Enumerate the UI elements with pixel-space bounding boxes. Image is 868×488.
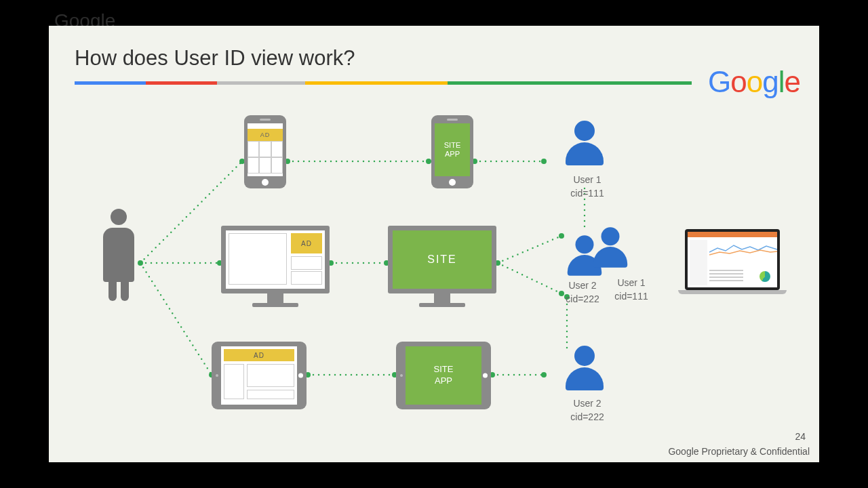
svg-line-8 bbox=[498, 263, 561, 293]
user2-label: User 2cid=222 bbox=[559, 279, 606, 306]
svg-line-7 bbox=[498, 236, 561, 263]
svg-point-17 bbox=[559, 233, 564, 239]
page-number: 24 bbox=[795, 431, 806, 442]
chart-sparkline bbox=[709, 241, 777, 258]
svg-point-12 bbox=[426, 159, 431, 164]
color-stripe bbox=[75, 81, 692, 85]
user1-label-b: User 1cid=111 bbox=[608, 277, 655, 303]
slide-title: How does User ID view work? bbox=[75, 46, 355, 70]
user2-label-b: User 2cid=222 bbox=[560, 397, 614, 424]
user-icon bbox=[566, 121, 604, 165]
svg-point-22 bbox=[138, 260, 143, 266]
google-logo: Google bbox=[708, 65, 800, 99]
user-icon bbox=[593, 227, 627, 267]
tablet-site-app: SITE APP bbox=[396, 342, 491, 409]
ad-label: AD bbox=[248, 129, 283, 141]
site-app-label: SITE APP bbox=[444, 141, 460, 159]
ad-label: AD bbox=[224, 349, 294, 361]
svg-line-2 bbox=[140, 263, 212, 375]
person-icon bbox=[103, 209, 134, 282]
phone-ad: AD bbox=[244, 115, 286, 188]
user1-label: User 1cid=111 bbox=[560, 174, 614, 200]
chart-pie-icon bbox=[760, 271, 770, 282]
tablet-ad: AD bbox=[212, 342, 307, 409]
site-app-label: SITE APP bbox=[434, 364, 454, 387]
monitor-ad: AD bbox=[221, 226, 330, 307]
monitor-site: SITE bbox=[388, 226, 496, 307]
svg-point-21 bbox=[541, 372, 547, 378]
slide: How does User ID view work? Google bbox=[49, 26, 819, 462]
phone-site-app: SITE APP bbox=[431, 115, 473, 188]
ad-label: AD bbox=[291, 233, 322, 253]
user-icon bbox=[566, 346, 604, 390]
svg-point-14 bbox=[541, 159, 547, 164]
confidential-footer: Google Proprietary & Confidential bbox=[668, 446, 810, 457]
site-label: SITE bbox=[427, 253, 457, 266]
analytics-laptop bbox=[678, 229, 787, 304]
